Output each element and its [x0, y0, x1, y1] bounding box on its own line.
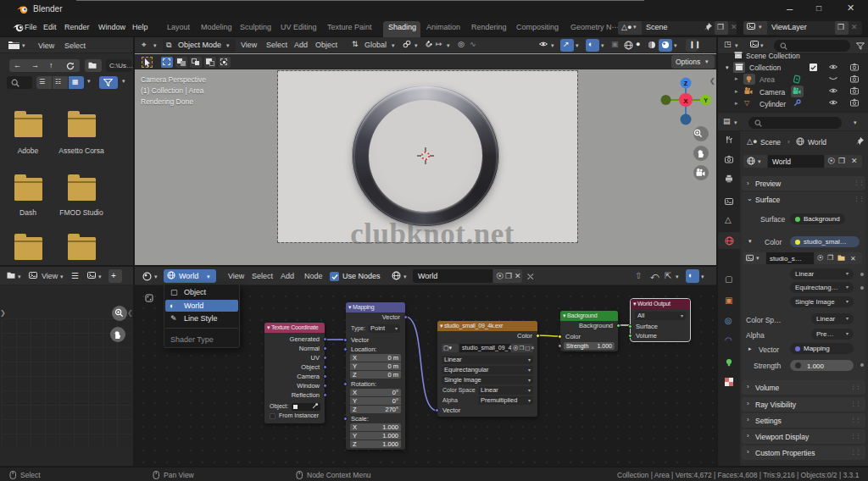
svg-text:Z: Z [684, 80, 688, 86]
svg-text:Y: Y [704, 97, 708, 103]
svg-text:X: X [683, 97, 688, 105]
